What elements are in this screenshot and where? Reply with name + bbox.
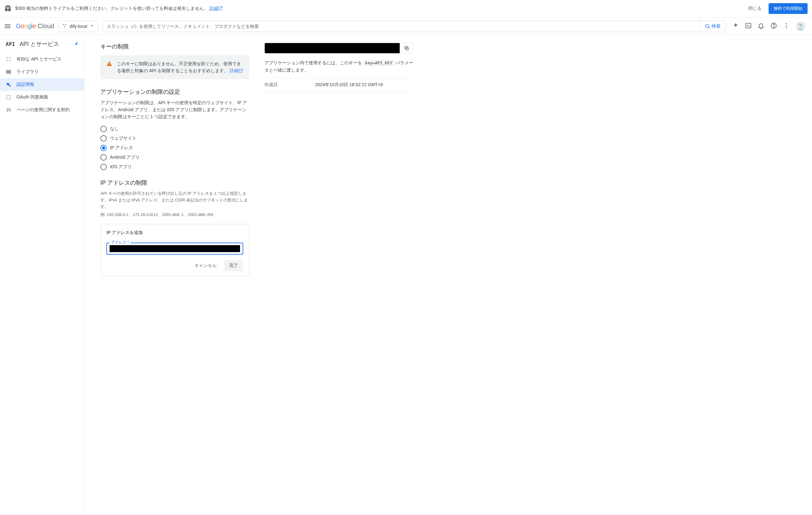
ip-add-card: IP アドレスを追加 アドレス * キャンセル 完了 <box>100 224 249 276</box>
radio-android-apps[interactable]: Android アプリ <box>100 154 249 161</box>
promo-dismiss-button[interactable]: 閉じる <box>745 3 765 14</box>
svg-point-1 <box>65 24 66 25</box>
radio-websites[interactable]: ウェブサイト <box>100 135 249 142</box>
radio-ios-apps[interactable]: iOS アプリ <box>100 164 249 170</box>
radio-label: IP アドレス <box>110 145 133 151</box>
svg-rect-25 <box>109 65 110 65</box>
done-button[interactable]: 完了 <box>224 260 243 271</box>
header-utility-icons <box>730 21 808 31</box>
radio-icon <box>100 145 107 151</box>
pin-icon[interactable] <box>74 41 79 48</box>
svg-rect-19 <box>8 70 8 74</box>
created-value: 2024年10月10日 18:52:22 GMT+9 <box>315 82 413 88</box>
radio-label: Android アプリ <box>110 154 140 160</box>
promo-details-link[interactable]: 詳細 <box>209 6 223 11</box>
project-name: dify-local <box>70 24 87 29</box>
svg-point-16 <box>7 60 8 61</box>
app-restriction-title: アプリケーションの制限の設定 <box>100 88 249 96</box>
ip-card-actions: キャンセル 完了 <box>107 260 243 271</box>
sidebar-item-page-usage-agreement[interactable]: ページの使用に関する契約 <box>0 104 84 116</box>
radio-icon <box>100 135 107 142</box>
svg-rect-24 <box>109 63 110 64</box>
svg-point-9 <box>786 27 787 28</box>
svg-point-14 <box>7 57 8 58</box>
consent-icon <box>6 94 11 100</box>
copy-key-button[interactable] <box>400 43 413 53</box>
project-scope-icon <box>62 23 67 29</box>
start-free-button[interactable]: 無料で利用開始 <box>768 3 808 14</box>
search-button[interactable]: 検索 <box>700 21 725 32</box>
svg-point-8 <box>786 25 787 26</box>
library-icon <box>6 69 11 75</box>
warning-icon <box>106 60 112 74</box>
ip-field-label: アドレス * <box>110 240 130 245</box>
cloud-shell-icon[interactable] <box>745 22 752 30</box>
svg-rect-23 <box>7 95 10 99</box>
main-left-column: キーの制限 このキーに制限はありません。不正使用を防ぐため、使用できる場所と対象… <box>100 43 249 505</box>
gift-icon <box>4 5 12 12</box>
app-restriction-body: アプリケーションの制限は、API キーの使用を特定のウェブサイト、IP アドレス… <box>100 99 249 120</box>
ip-card-title: IP アドレスを追加 <box>107 230 243 236</box>
radio-label: なし <box>110 126 119 132</box>
user-avatar[interactable] <box>795 21 806 31</box>
svg-point-2 <box>64 26 65 27</box>
svg-point-7 <box>786 23 787 24</box>
app-restriction-radio-group: なし ウェブサイト IP アドレス Android アプリ iOS アプリ <box>100 126 249 170</box>
sidebar-item-label: ライブラリ <box>17 69 39 75</box>
sidebar-item-library[interactable]: ライブラリ <box>0 65 84 78</box>
svg-point-12 <box>799 23 800 24</box>
api-key-usage-text: アプリケーション内で使用するには、このキーを key=API_KEY パラメータ… <box>264 59 413 74</box>
warning-details-link[interactable]: 詳細 <box>230 68 243 73</box>
sidebar-header: API API とサービス <box>0 35 84 53</box>
main-content: キーの制限 このキーに制限はありません。不正使用を防ぐため、使用できる場所と対象… <box>85 35 812 515</box>
radio-label: ウェブサイト <box>110 136 137 141</box>
notifications-icon[interactable] <box>757 22 764 30</box>
main-right-column: アプリケーション内で使用するには、このキーを key=API_KEY パラメータ… <box>264 43 413 505</box>
radio-none[interactable]: なし <box>100 126 249 132</box>
radio-icon <box>100 164 107 170</box>
google-cloud-logo[interactable]: Google Cloud <box>16 23 54 30</box>
ip-hint-2: 例: 192.168.0.1、172.16.0.0/12、2001:db8::1… <box>100 211 249 218</box>
ip-restriction-title: IP アドレスの制限 <box>100 179 249 187</box>
project-selector[interactable]: dify-local <box>59 21 98 32</box>
sidebar-item-credentials[interactable]: 認証情報 <box>0 78 84 91</box>
promo-bar: $300 相当の無料トライアルをご利用ください。クレジットを使い切っても料金は発… <box>0 0 812 18</box>
svg-point-3 <box>705 24 709 28</box>
overflow-menu-icon[interactable] <box>783 22 790 30</box>
search-input[interactable] <box>103 21 700 32</box>
svg-rect-21 <box>10 70 11 74</box>
sidebar-item-label: 認証情報 <box>17 82 34 87</box>
api-key-param-code: key=API_KEY <box>363 60 394 66</box>
ai-spark-icon[interactable] <box>732 22 739 30</box>
svg-point-6 <box>773 27 774 27</box>
help-icon[interactable] <box>770 22 777 30</box>
ip-hint-1: API キーの使用が許可されている呼び出し元の IP アドレスを 1 つ以上指定… <box>100 190 249 210</box>
redacted-api-key <box>265 43 400 53</box>
sidebar-item-oauth-consent[interactable]: OAuth 同意画面 <box>0 91 84 104</box>
sidebar-item-label: OAuth 同意画面 <box>17 94 48 100</box>
promo-text: $300 相当の無料トライアルをご利用ください。クレジットを使い切っても料金は発… <box>15 6 742 11</box>
svg-point-17 <box>9 60 10 61</box>
svg-rect-20 <box>9 70 9 74</box>
page-layout: API API とサービス 有効な API とサービス ライブラリ 認証情報 <box>0 35 812 515</box>
sidebar-item-enabled-apis[interactable]: 有効な API とサービス <box>0 53 84 65</box>
warning-card: このキーに制限はありません。不正使用を防ぐため、使用できる場所と対象の API … <box>100 55 249 79</box>
enabled-icon <box>6 56 11 62</box>
logo-cloud-text: Cloud <box>38 23 54 30</box>
menu-icon[interactable] <box>4 23 11 30</box>
api-icon: API <box>6 41 15 47</box>
agreement-icon <box>6 107 11 113</box>
cancel-button[interactable]: キャンセル <box>190 260 221 271</box>
key-icon <box>6 82 11 87</box>
svg-rect-18 <box>6 70 7 74</box>
search-bar: 検索 <box>103 21 725 32</box>
radio-icon <box>100 154 107 161</box>
radio-label: iOS アプリ <box>110 164 132 170</box>
radio-ip-addresses[interactable]: IP アドレス <box>100 145 249 151</box>
sidebar-section-title: API とサービス <box>20 40 59 48</box>
chevron-down-icon <box>90 23 95 29</box>
svg-point-22 <box>7 85 8 85</box>
ip-address-field-wrap: アドレス * <box>107 242 243 255</box>
created-label: 作成日 <box>264 82 315 88</box>
created-date-row: 作成日 2024年10月10日 18:52:22 GMT+9 <box>264 78 413 92</box>
